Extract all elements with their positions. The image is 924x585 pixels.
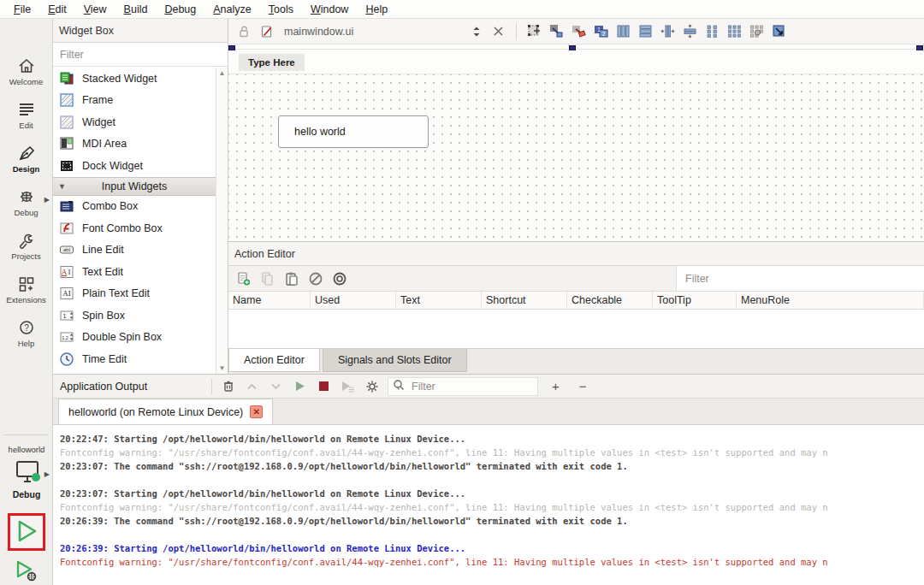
console-blank-line	[60, 528, 924, 541]
widget-item-font-combo-box[interactable]: Font Combo Box	[53, 217, 228, 239]
mode-help[interactable]: ? Help	[0, 311, 52, 354]
rerun-icon[interactable]	[340, 378, 356, 394]
stacked-widget-icon	[59, 71, 74, 86]
menu-view[interactable]: View	[75, 2, 116, 17]
close-document-icon[interactable]	[490, 23, 506, 39]
layout-form-icon[interactable]	[704, 23, 720, 39]
widget-item-widget[interactable]: Widget	[53, 111, 228, 133]
layout-vertical-icon[interactable]	[637, 23, 654, 39]
menu-analyze[interactable]: Analyze	[204, 2, 259, 17]
widget-item-mdi-area[interactable]: MDI Area	[53, 133, 228, 156]
file-modified-icon[interactable]	[258, 23, 275, 39]
mode-design[interactable]: Design	[0, 137, 52, 180]
column-name[interactable]: Name	[228, 292, 311, 309]
layout-horizontal-icon[interactable]	[615, 23, 631, 39]
column-text[interactable]: Text	[396, 292, 482, 309]
zoom-out-button[interactable]: −	[573, 379, 593, 393]
stop-icon[interactable]	[316, 378, 332, 394]
widget-item-time-edit[interactable]: Time Edit	[53, 348, 228, 370]
console-log[interactable]: 20:22:47: Starting /opt/helloworld/bin/h…	[53, 426, 924, 585]
break-layout-icon[interactable]	[749, 23, 765, 39]
run-project-icon[interactable]	[292, 378, 308, 394]
edit-tab-order-icon[interactable]: 12	[593, 23, 609, 39]
action-editor-title: Action Editor	[228, 242, 924, 266]
prev-item-icon[interactable]	[244, 378, 260, 394]
frame-icon	[59, 92, 74, 108]
output-settings-icon[interactable]	[364, 378, 380, 394]
action-table-body[interactable]	[228, 310, 924, 348]
menu-tools[interactable]: Tools	[260, 2, 302, 17]
output-tab-helloworld[interactable]: helloworld (on Remote Linux Device) ✕	[58, 399, 273, 424]
edit-buddies-icon[interactable]	[571, 23, 587, 39]
scroll-down-icon[interactable]: ▼	[219, 364, 226, 372]
debug-submenu-arrow[interactable]: ▶	[44, 196, 50, 204]
widget-item-frame[interactable]: Frame	[53, 90, 228, 112]
edit-signals-slots-icon[interactable]	[548, 23, 565, 39]
copy-action-icon[interactable]	[259, 270, 275, 287]
widget-item-combo-box[interactable]: Combo Box	[53, 196, 228, 218]
scroll-up-icon[interactable]: ▲	[219, 69, 226, 77]
menu-edit[interactable]: Edit	[39, 2, 75, 17]
search-icon	[393, 379, 405, 393]
mode-edit[interactable]: Edit	[0, 93, 52, 136]
menu-build[interactable]: Build	[116, 2, 157, 17]
tab-signals-slots-editor[interactable]: Signals and Slots Editor	[323, 349, 467, 372]
run-button[interactable]	[8, 513, 45, 551]
console-line: 20:22:47: Starting /opt/helloworld/bin/h…	[60, 432, 924, 446]
widget-box-scrollbar[interactable]: ▲ ▼	[216, 68, 228, 374]
mode-welcome[interactable]: Welcome	[0, 50, 52, 92]
widget-category-input-widgets[interactable]: ▼ Input Widgets	[53, 177, 216, 196]
zoom-in-button[interactable]: +	[546, 379, 566, 393]
debug-run-button[interactable]	[12, 558, 41, 585]
widget-item-text-edit[interactable]: AI Text Edit	[53, 261, 228, 283]
new-action-icon[interactable]	[235, 270, 252, 287]
paste-action-icon[interactable]	[283, 270, 299, 287]
kit-submenu-arrow[interactable]: ▶	[44, 470, 50, 478]
document-title[interactable]: mainwindow.ui	[281, 26, 462, 38]
menu-file[interactable]: File	[5, 2, 39, 17]
mode-projects[interactable]: Projects	[0, 224, 52, 267]
adjust-size-icon[interactable]	[771, 23, 787, 39]
font-combo-box-icon	[59, 221, 74, 236]
layout-horizontal-splitter-icon[interactable]	[660, 23, 676, 39]
unlock-icon[interactable]	[236, 23, 252, 39]
console-blank-line	[60, 473, 924, 487]
widget-item-dock-widget[interactable]: Dock Widget	[53, 155, 228, 177]
widget-item-double-spin-box[interactable]: 1,2 Double Spin Box	[53, 327, 228, 349]
widget-item-plain-text-edit[interactable]: AI Plain Text Edit	[53, 283, 228, 305]
widget-item-stacked-widget[interactable]: Stacked Widget	[53, 68, 228, 90]
layout-vertical-splitter-icon[interactable]	[682, 23, 698, 39]
menu-debug[interactable]: Debug	[156, 2, 204, 17]
mode-debug[interactable]: Debug ▶	[0, 180, 52, 223]
next-item-icon[interactable]	[268, 378, 284, 394]
tab-action-editor[interactable]: Action Editor	[228, 349, 320, 372]
kit-device-button[interactable]	[11, 458, 45, 489]
action-editor-filter-input[interactable]	[677, 273, 924, 285]
widget-box-filter-input[interactable]	[53, 49, 228, 61]
menu-type-here-placeholder[interactable]: Type Here	[239, 54, 305, 71]
widget-item-spin-box[interactable]: 1 Spin Box	[53, 304, 228, 327]
kit-separator	[3, 434, 49, 435]
menu-window[interactable]: Window	[302, 2, 357, 17]
form-canvas[interactable]: hello world	[228, 74, 924, 241]
action-editor-toolbar	[228, 266, 924, 292]
column-used[interactable]: Used	[311, 292, 396, 309]
edit-widgets-icon[interactable]	[526, 23, 542, 39]
mode-extensions[interactable]: Extensions	[0, 268, 52, 310]
column-menurole[interactable]: MenuRole	[737, 292, 924, 309]
output-panel-title[interactable]: Application Output	[60, 381, 204, 393]
hello-world-push-button[interactable]: hello world	[278, 115, 429, 148]
widget-item-line-edit[interactable]: abl Line Edit	[53, 239, 228, 262]
svg-text:2: 2	[602, 31, 606, 37]
document-stepper-icon[interactable]	[468, 23, 484, 39]
column-checkable[interactable]: Checkable	[567, 292, 653, 309]
column-shortcut[interactable]: Shortcut	[482, 292, 567, 309]
delete-action-icon[interactable]	[307, 270, 323, 287]
tab-close-icon[interactable]: ✕	[250, 405, 263, 418]
clear-output-icon[interactable]	[220, 378, 236, 394]
layout-grid-icon[interactable]	[726, 23, 743, 39]
column-tooltip[interactable]: ToolTip	[653, 292, 737, 309]
configure-actions-icon[interactable]	[331, 270, 347, 287]
output-filter-input[interactable]	[408, 381, 537, 393]
menu-help[interactable]: Help	[357, 2, 396, 17]
